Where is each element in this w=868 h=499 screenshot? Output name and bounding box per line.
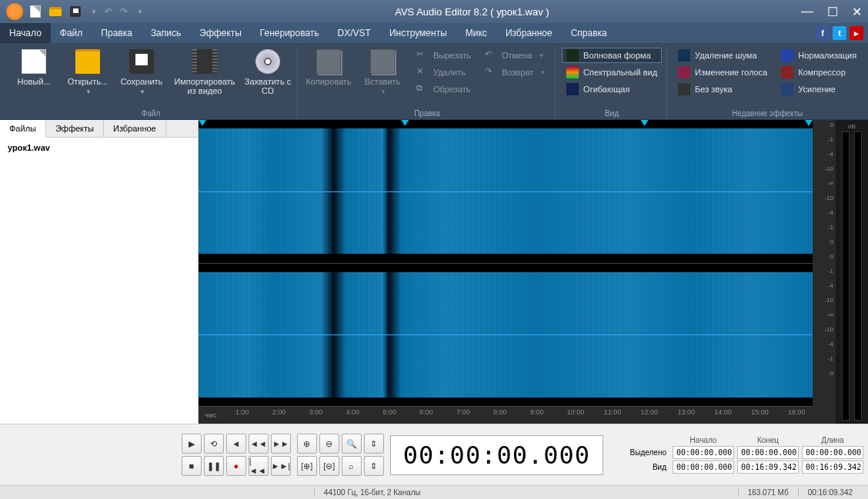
sel-view-len[interactable]: 00:16:09.342 xyxy=(802,461,863,474)
normalize-button[interactable]: Нормализация xyxy=(776,48,861,63)
tab-favorites[interactable]: Избранное xyxy=(104,120,166,137)
transport-bar: ▶ ⟲ ◄ ◄◄ ►► ■ ❚❚ ● |◄◄ ►►| ⊕ ⊖ 🔍 ⇕ [⊕] [… xyxy=(0,424,868,485)
menu-file[interactable]: Файл xyxy=(51,23,92,43)
menu-home[interactable]: Начало xyxy=(0,23,51,43)
level-meters: dB xyxy=(836,120,868,424)
delete-button: ✕Удалить xyxy=(412,65,476,80)
play-button[interactable]: ▶ xyxy=(182,434,202,454)
twitter-icon[interactable]: t xyxy=(833,26,846,40)
zoom-out-button[interactable]: ⊖ xyxy=(319,434,339,454)
loop-button[interactable]: ⟲ xyxy=(204,434,224,454)
rewind-button[interactable]: ◄◄ xyxy=(249,434,269,454)
redo-icon[interactable]: ↷ xyxy=(120,6,128,17)
save-icon[interactable] xyxy=(69,5,82,18)
menu-dxvst[interactable]: DX/VST xyxy=(329,23,380,43)
menu-mix[interactable]: Микс xyxy=(456,23,496,43)
voice-change-button[interactable]: Изменение голоса xyxy=(673,65,772,80)
forward-button[interactable]: ►► xyxy=(271,434,291,454)
import-video-button[interactable]: Импортировать из видео xyxy=(171,46,239,95)
ribbon-group-effects-label: Недавние эффекты xyxy=(732,108,803,119)
zoom-in-button[interactable]: ⊕ xyxy=(297,434,317,454)
ribbon-group-view-label: Вид xyxy=(605,108,619,119)
zoom-100-button[interactable]: 🔍 xyxy=(342,434,362,454)
sel-selected-len[interactable]: 00:00:00.000 xyxy=(802,446,863,459)
waveform-icon xyxy=(566,49,579,62)
scissors-icon: ✂ xyxy=(416,49,429,62)
file-item[interactable]: урок1.wav xyxy=(3,141,195,155)
paste-button: Вставить▼ xyxy=(358,46,407,97)
normalize-icon xyxy=(781,49,793,62)
compressor-button[interactable]: Компрессор xyxy=(776,65,861,80)
open-icon[interactable] xyxy=(49,5,62,18)
skip-end-button[interactable]: ►►| xyxy=(271,456,291,476)
menu-favorites[interactable]: Избранное xyxy=(496,23,562,43)
mute-button[interactable]: Без звука xyxy=(673,82,772,97)
statusbar: 44100 Гц, 16-бит, 2 Каналы 163.071 Мб 00… xyxy=(0,485,868,499)
menu-record[interactable]: Запись xyxy=(142,23,190,43)
noise-removal-button[interactable]: Удаление шума xyxy=(673,48,772,63)
amplify-button[interactable]: Усиление xyxy=(776,82,861,97)
zoom-fit-button[interactable]: [⊖] xyxy=(319,456,339,476)
undo-icon[interactable]: ↶ xyxy=(105,6,112,17)
sel-selected-end[interactable]: 00:00:00.000 xyxy=(737,446,799,459)
sel-col-end: Конец xyxy=(737,436,799,444)
minimize-button[interactable]: — xyxy=(801,5,813,19)
menu-effects[interactable]: Эффекты xyxy=(190,23,251,43)
menu-tools[interactable]: Инструменты xyxy=(380,23,456,43)
trim-button: ⧉Обрезать xyxy=(412,82,476,97)
spectral-view-button[interactable]: Спектральный вид xyxy=(562,65,662,80)
sel-row-view-label: Вид xyxy=(616,463,669,471)
quick-access-toolbar: ▼ ↶ ↷ ▼ xyxy=(29,5,143,18)
undo-button: ↶Отмена▼ xyxy=(480,48,550,63)
envelope-view-button[interactable]: Огибающая xyxy=(562,82,662,97)
selection-table: Начало Конец Длина Выделено 00:00:00.000… xyxy=(616,436,863,474)
close-button[interactable]: ✕ xyxy=(852,5,862,19)
record-button[interactable]: ● xyxy=(226,456,246,476)
zoom-full-button[interactable]: ⌕ xyxy=(342,456,362,476)
zoom-vert-out-button[interactable]: ⇕ xyxy=(364,456,384,476)
pause-button[interactable]: ❚❚ xyxy=(204,456,224,476)
menu-edit[interactable]: Правка xyxy=(92,23,142,43)
new-button[interactable]: Новый... xyxy=(9,46,58,86)
tab-effects[interactable]: Эффекты xyxy=(46,120,104,137)
channel-left[interactable] xyxy=(199,120,813,264)
compressor-icon xyxy=(781,66,793,78)
zoom-vert-in-button[interactable]: ⇕ xyxy=(364,434,384,454)
trim-icon: ⧉ xyxy=(416,83,429,95)
waveform-area[interactable]: чмс 1:00 2:00 3:00 4:00 5:00 6:00 7:00 8… xyxy=(199,120,868,424)
noise-icon xyxy=(678,49,690,62)
menu-generate[interactable]: Генерировать xyxy=(251,23,329,43)
zoom-sel-button[interactable]: [⊕] xyxy=(297,456,317,476)
channel-right[interactable] xyxy=(199,264,813,408)
stop-button[interactable]: ■ xyxy=(182,456,202,476)
tab-files[interactable]: Файлы xyxy=(0,120,46,138)
menu-help[interactable]: Справка xyxy=(562,23,616,43)
youtube-icon[interactable]: ▸ xyxy=(850,26,863,40)
undo-icon: ↶ xyxy=(485,49,497,62)
save-button[interactable]: Сохранить▼ xyxy=(117,46,166,97)
delete-icon: ✕ xyxy=(416,66,429,78)
sel-col-length: Длина xyxy=(802,436,863,444)
skip-start-button[interactable]: |◄◄ xyxy=(249,456,269,476)
save-dropdown-icon[interactable]: ▼ xyxy=(91,8,97,15)
redo-button: ↷Возврат▼ xyxy=(480,65,550,80)
prev-button[interactable]: ◄ xyxy=(226,434,246,454)
voice-icon xyxy=(678,66,690,78)
new-icon[interactable] xyxy=(29,5,42,18)
spectral-icon xyxy=(566,66,579,78)
sel-view-start[interactable]: 00:00:00.000 xyxy=(673,461,734,474)
amplify-icon xyxy=(781,83,793,95)
ribbon: Новый... Открыть...▼ Сохранить▼ Импортир… xyxy=(0,43,868,120)
open-button[interactable]: Открыть...▼ xyxy=(63,46,112,97)
timeline[interactable]: чмс 1:00 2:00 3:00 4:00 5:00 6:00 7:00 8… xyxy=(199,407,813,424)
copy-button: Копировать xyxy=(304,46,353,86)
file-list: урок1.wav xyxy=(0,138,198,424)
waveform-view-button[interactable]: Волновая форма xyxy=(562,48,662,63)
envelope-icon xyxy=(566,83,579,95)
maximize-button[interactable]: ☐ xyxy=(827,5,838,19)
sel-view-end[interactable]: 00:16:09.342 xyxy=(737,461,799,474)
qat-customize-icon[interactable]: ▼ xyxy=(137,8,143,15)
grab-cd-button[interactable]: Захватить с CD xyxy=(243,46,292,95)
sel-selected-start[interactable]: 00:00:00.000 xyxy=(673,446,734,459)
facebook-icon[interactable]: f xyxy=(816,26,830,40)
